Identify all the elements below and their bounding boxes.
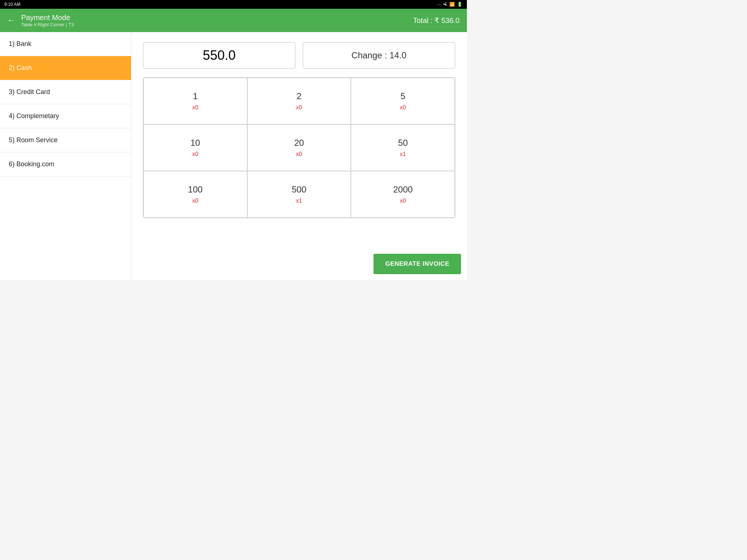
status-bar: 9:10 AM ··· ⮘ 📶 🔋 (0, 0, 467, 9)
header-left: ← Payment Mode Table # Right Corner | T3 (7, 13, 74, 27)
denom-count-2000: x0 (400, 198, 406, 204)
denom-count-50: x1 (400, 151, 406, 158)
sidebar-item-6[interactable]: 6) Booking.com (0, 152, 131, 176)
denom-count-10: x0 (192, 151, 198, 158)
header-title-block: Payment Mode Table # Right Corner | T3 (21, 13, 74, 27)
denom-value-2000: 2000 (393, 184, 413, 195)
sidebar-item-1[interactable]: 1) Bank (0, 32, 131, 56)
denom-count-1: x0 (192, 104, 198, 111)
top-row: 550.0 Change : 14.0 (143, 42, 455, 69)
sidebar-item-4[interactable]: 4) Complemetary (0, 104, 131, 128)
denom-cell-1[interactable]: 1x0 (143, 78, 247, 124)
denom-count-5: x0 (400, 104, 406, 111)
back-button[interactable]: ← (7, 16, 15, 24)
denom-count-2: x0 (296, 104, 302, 111)
main-layout: 1) Bank2) Cash3) Credit Card4) Complemet… (0, 32, 467, 280)
denom-count-20: x0 (296, 151, 302, 158)
denom-value-100: 100 (188, 184, 202, 195)
status-time: 9:10 AM (4, 2, 20, 7)
wifi-icon: 📶 (449, 2, 455, 7)
dots-icon: ··· (437, 2, 441, 7)
amount-display: 550.0 (143, 42, 295, 69)
sidebar-item-2[interactable]: 2) Cash (0, 56, 131, 80)
page-title: Payment Mode (21, 13, 74, 22)
denom-count-100: x0 (192, 198, 198, 204)
header: ← Payment Mode Table # Right Corner | T3… (0, 9, 467, 32)
generate-invoice-button[interactable]: GENERATE INVOICE (374, 254, 461, 274)
denomination-grid: 1x02x05x010x020x050x1100x0500x12000x0 (143, 77, 455, 218)
change-display: Change : 14.0 (303, 42, 455, 69)
denom-cell-10[interactable]: 10x0 (143, 124, 247, 171)
battery-icon: 🔋 (457, 2, 462, 7)
denom-value-500: 500 (292, 184, 306, 195)
denom-count-500: x1 (296, 198, 302, 204)
sidebar-item-3[interactable]: 3) Credit Card (0, 80, 131, 104)
denom-value-1: 1 (193, 91, 198, 101)
denom-value-5: 5 (400, 91, 405, 101)
denom-value-20: 20 (294, 138, 304, 148)
denom-cell-500[interactable]: 500x1 (247, 171, 351, 218)
denom-value-10: 10 (190, 138, 200, 148)
sidebar-item-5[interactable]: 5) Room Service (0, 128, 131, 152)
content-area: 550.0 Change : 14.0 1x02x05x010x020x050x… (131, 32, 467, 280)
header-total: Total : ₹ 536.0 (413, 16, 460, 25)
denom-value-2: 2 (297, 91, 301, 101)
bluetooth-icon: ⮘ (443, 2, 447, 7)
denom-cell-50[interactable]: 50x1 (351, 124, 455, 171)
denom-cell-5[interactable]: 5x0 (351, 78, 455, 124)
page-subtitle: Table # Right Corner | T3 (21, 22, 74, 27)
denom-value-50: 50 (398, 138, 408, 148)
denom-cell-2[interactable]: 2x0 (247, 78, 351, 124)
denom-cell-100[interactable]: 100x0 (143, 171, 247, 218)
denom-cell-20[interactable]: 20x0 (247, 124, 351, 171)
denom-cell-2000[interactable]: 2000x0 (351, 171, 455, 218)
sidebar: 1) Bank2) Cash3) Credit Card4) Complemet… (0, 32, 131, 280)
status-icons: ··· ⮘ 📶 🔋 (437, 2, 462, 7)
